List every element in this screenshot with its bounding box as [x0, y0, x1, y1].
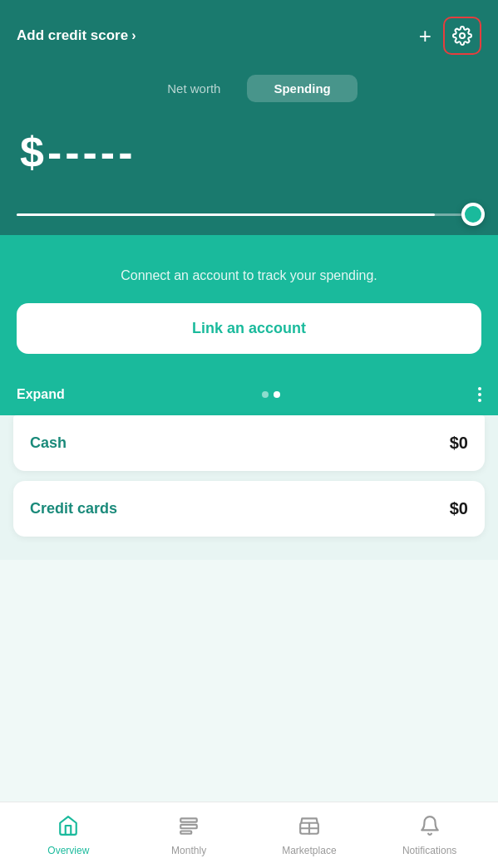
add-icon[interactable]: +: [419, 25, 431, 47]
credit-cards-card[interactable]: Credit cards $0: [13, 481, 485, 537]
svg-rect-1: [180, 818, 197, 821]
add-credit-score-link[interactable]: Add credit score ›: [17, 27, 136, 44]
svg-point-0: [460, 33, 465, 38]
top-bar: Add credit score › +: [17, 17, 481, 55]
tab-row: Net worth Spending: [17, 75, 481, 102]
expand-label[interactable]: Expand: [17, 387, 65, 402]
tab-spending[interactable]: Spending: [247, 75, 357, 102]
nav-overview[interactable]: Overview: [8, 815, 129, 856]
amount-display: $-----: [17, 127, 481, 177]
credit-cards-label: Credit cards: [30, 500, 117, 517]
svg-rect-3: [180, 831, 191, 833]
cash-label: Cash: [30, 434, 67, 452]
svg-rect-2: [180, 824, 197, 827]
progress-track: [17, 213, 481, 216]
connect-text: Connect an account to track your spendin…: [17, 268, 481, 283]
link-account-button[interactable]: Link an account: [17, 303, 481, 354]
bell-icon: [419, 815, 441, 841]
gear-icon: [452, 26, 472, 46]
monthly-label: Monthly: [171, 845, 206, 856]
progress-fill: [17, 213, 435, 216]
top-right-icons: +: [419, 17, 481, 55]
nav-notifications[interactable]: Notifications: [369, 815, 490, 856]
progress-area: [17, 194, 481, 235]
more-options-button[interactable]: [478, 387, 481, 402]
progress-dot: [461, 203, 485, 226]
cash-value: $0: [450, 434, 468, 453]
monthly-icon: [178, 815, 200, 841]
middle-section: Connect an account to track your spendin…: [0, 235, 498, 374]
settings-button[interactable]: [443, 17, 481, 55]
chevron-right-icon: ›: [131, 28, 136, 43]
cards-section: Cash $0 Credit cards $0: [0, 415, 498, 560]
nav-monthly[interactable]: Monthly: [129, 815, 249, 856]
nav-marketplace[interactable]: Marketplace: [249, 815, 370, 856]
notifications-label: Notifications: [402, 845, 456, 856]
dot-2: [274, 391, 280, 398]
dot-indicators: [262, 391, 280, 398]
marketplace-label: Marketplace: [282, 845, 336, 856]
bottom-nav: Overview Monthly Marketplace: [0, 802, 498, 868]
tab-net-worth[interactable]: Net worth: [141, 75, 247, 102]
cash-card[interactable]: Cash $0: [13, 415, 485, 471]
overview-label: Overview: [47, 845, 89, 856]
credit-cards-value: $0: [450, 499, 468, 518]
dot-1: [262, 391, 269, 398]
add-credit-score-label: Add credit score: [17, 27, 128, 44]
header-section: Add credit score › + Net worth Spending …: [0, 0, 498, 235]
home-icon: [57, 815, 79, 841]
expand-row: Expand: [0, 374, 498, 415]
marketplace-icon: [298, 815, 320, 841]
